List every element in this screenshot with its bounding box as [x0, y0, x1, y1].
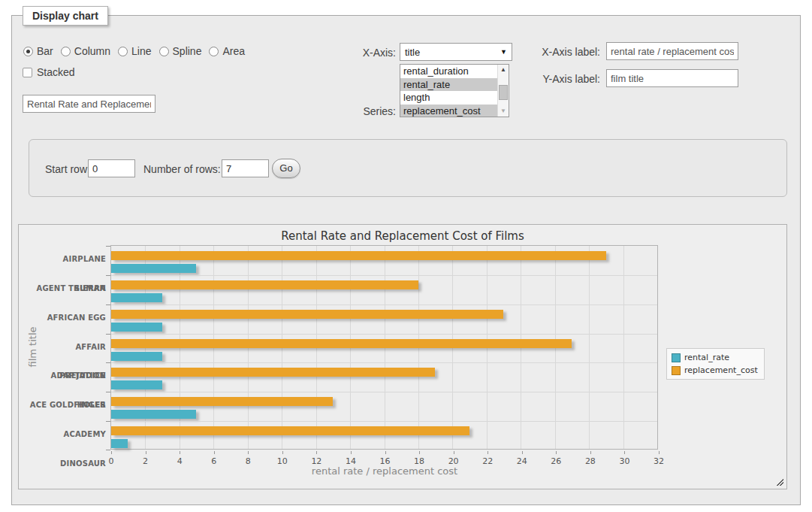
- stacked-checkbox[interactable]: [23, 68, 32, 77]
- x-axis-tick: [522, 451, 523, 454]
- x-tick-label: 30: [619, 456, 629, 466]
- chart-container: Rental Rate and Replacement Cost of Film…: [18, 224, 787, 489]
- chart-title: Rental Rate and Replacement Cost of Film…: [19, 229, 786, 243]
- legend-label: rental_rate: [684, 353, 729, 362]
- bar-rental_rate: [111, 264, 196, 273]
- stacked-label: Stacked: [37, 66, 75, 78]
- category-label: ACE GOLDFINGER: [29, 391, 106, 420]
- x-axis-tick: [351, 451, 352, 454]
- x-axis-tick: [111, 451, 112, 454]
- x-axis-tick: [590, 451, 591, 454]
- x-tick-label: 4: [177, 456, 183, 466]
- y-axis-tick: [106, 362, 110, 363]
- gridline: [111, 421, 657, 422]
- bar-rental_rate: [111, 293, 162, 302]
- display-chart-panel: BarColumnLineSplineArea Stacked X-Axis: …: [11, 15, 801, 505]
- bar-rental_rate: [111, 380, 162, 389]
- radio-spline[interactable]: Spline: [159, 45, 202, 57]
- gridline: [111, 392, 657, 392]
- radio-circle: [23, 47, 33, 56]
- legend-swatch: [672, 366, 681, 375]
- legend-item-rental_rate: rental_rate: [672, 353, 758, 362]
- stacked-checkbox-row[interactable]: Stacked: [23, 66, 75, 78]
- radio-label: Spline: [173, 45, 202, 57]
- x-tick-label: 6: [211, 456, 216, 466]
- y-axis-tick: [106, 304, 110, 305]
- resize-handle-icon[interactable]: [775, 477, 783, 486]
- x-axis-tick: [659, 451, 660, 454]
- chart-x-axis-label: rental rate / replacement cost: [234, 465, 535, 477]
- radio-circle: [61, 47, 71, 56]
- category-label: AFRICAN EGG: [29, 304, 106, 333]
- radio-circle: [118, 47, 128, 56]
- x-axis-select-label: X-Axis:: [305, 47, 396, 59]
- category-label: ADAPTATION HOLES: [29, 362, 106, 391]
- chart-y-axis-label: film title: [27, 287, 38, 407]
- radio-line[interactable]: Line: [118, 45, 151, 57]
- chart-legend: rental_ratereplacement_cost: [666, 348, 765, 380]
- y-axis-tick: [106, 421, 110, 422]
- num-rows-label: Number of rows:: [143, 163, 221, 175]
- x-tick-label: 2: [143, 456, 148, 466]
- x-axis-tick: [146, 451, 146, 454]
- x-axis-tick: [385, 451, 386, 454]
- num-rows-input[interactable]: [222, 159, 269, 177]
- bar-replacement_cost: [111, 339, 572, 348]
- x-axis-label-caption: X-Axis label:: [488, 46, 600, 58]
- x-axis-tick: [488, 451, 488, 454]
- series-multiselect[interactable]: rental_durationrental_ratelengthreplacem…: [400, 64, 509, 117]
- x-axis-label-input[interactable]: [606, 42, 738, 60]
- gridline: [623, 246, 624, 449]
- scrollbar-thumb[interactable]: [499, 85, 508, 100]
- start-row-input[interactable]: [88, 159, 135, 177]
- legend-item-replacement_cost: replacement_cost: [672, 365, 758, 375]
- x-axis-tick: [180, 451, 180, 454]
- start-row-label: Start row:: [45, 163, 90, 175]
- x-axis-tick: [248, 451, 249, 454]
- y-axis-tick: [106, 450, 110, 450]
- y-axis-label-input[interactable]: [606, 69, 738, 87]
- x-axis-tick: [454, 451, 454, 454]
- bar-replacement_cost: [111, 426, 469, 435]
- category-label: AGENT TRUMAN: [29, 274, 106, 304]
- legend-swatch: [672, 353, 681, 362]
- series-option-length[interactable]: length: [400, 91, 497, 105]
- bar-rental_rate: [111, 439, 128, 448]
- x-tick-label: 26: [551, 456, 561, 466]
- fieldset-legend: Display chart: [23, 6, 108, 26]
- radio-circle: [209, 47, 219, 56]
- series-option-replacement_cost[interactable]: replacement_cost: [400, 105, 497, 118]
- chart-plot-area: [110, 245, 658, 450]
- category-label: AFFAIR PREJUDICE: [29, 333, 106, 362]
- series-options: rental_durationrental_ratelengthreplacem…: [400, 65, 497, 117]
- bar-replacement_cost: [111, 310, 503, 319]
- scroll-down-icon[interactable]: ▼: [498, 106, 509, 117]
- gridline: [111, 334, 657, 335]
- x-axis-tick: [419, 451, 420, 454]
- chart-title-input[interactable]: [23, 95, 155, 113]
- radio-area[interactable]: Area: [209, 45, 245, 57]
- bar-rental_rate: [111, 410, 196, 419]
- x-axis-tick: [214, 451, 215, 454]
- legend-label: replacement_cost: [684, 365, 758, 375]
- radio-circle: [159, 47, 169, 56]
- gridline: [111, 275, 657, 276]
- y-axis-label-caption: Y-Axis label:: [488, 73, 600, 85]
- radio-column[interactable]: Column: [61, 45, 110, 57]
- series-option-rental_duration[interactable]: rental_duration: [400, 65, 497, 78]
- x-axis-selected-value: title: [405, 47, 420, 58]
- x-axis-tick: [282, 451, 283, 454]
- bar-replacement_cost: [111, 251, 606, 260]
- go-button[interactable]: Go: [272, 159, 300, 178]
- row-range-panel: Start row: Number of rows: Go: [29, 139, 787, 197]
- gridline: [589, 246, 590, 449]
- category-label: AIRPLANE SIERRA: [29, 245, 106, 274]
- radio-label: Line: [131, 45, 151, 57]
- bar-replacement_cost: [111, 368, 435, 377]
- x-tick-label: 0: [109, 456, 114, 466]
- series-option-rental_rate[interactable]: rental_rate: [400, 78, 497, 92]
- category-label: ACADEMY DINOSAUR: [29, 420, 106, 450]
- radio-bar[interactable]: Bar: [23, 45, 53, 57]
- chart-type-radio-group: BarColumnLineSplineArea: [23, 44, 245, 59]
- y-axis-tick: [106, 392, 110, 392]
